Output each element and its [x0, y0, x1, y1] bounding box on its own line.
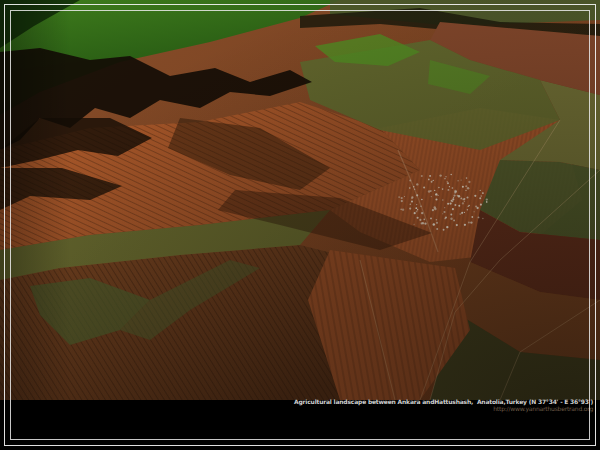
caption-title: Agricultural landscape between Ankara an… [294, 398, 593, 405]
wallpaper-canvas: Agricultural landscape between Ankara an… [0, 0, 600, 450]
vignette [0, 0, 600, 400]
caption: Agricultural landscape between Ankara an… [294, 398, 593, 412]
caption-url: http://www.yannarthusbertrand.org [294, 405, 593, 412]
aerial-photo [0, 0, 600, 400]
